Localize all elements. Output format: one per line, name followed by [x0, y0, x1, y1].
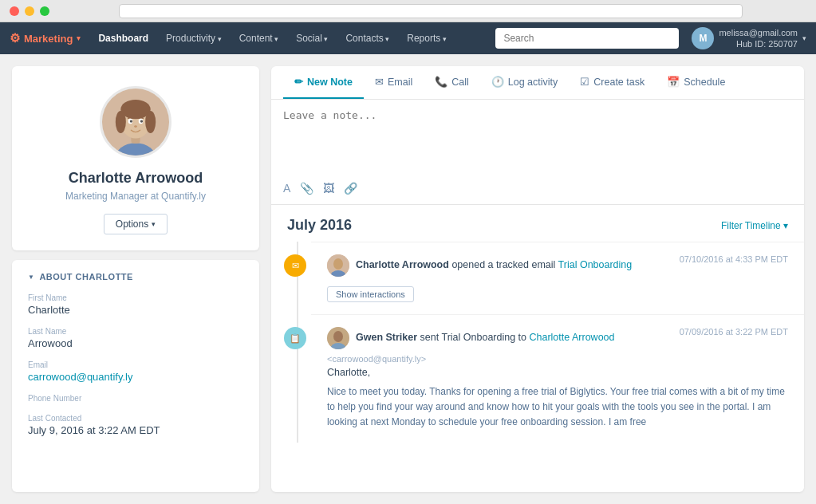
note-area: A 📎 🖼 🔗: [271, 100, 804, 205]
nav-content[interactable]: Content: [233, 30, 286, 47]
email-icon: ✉: [375, 76, 384, 88]
email-dot-icon: ✉: [292, 261, 299, 271]
email-sent-dot: 📋: [284, 327, 306, 349]
item2-email-from: <carrowood@quantify.ly>: [327, 354, 788, 364]
svg-point-13: [333, 258, 343, 270]
item1-avatar: [327, 254, 349, 277]
item2-header: Gwen Striker sent Trial Onboarding to Ch…: [327, 327, 788, 349]
contact-name: Charlotte Arrowood: [28, 170, 243, 187]
tab-schedule[interactable]: 📅 Schedule: [656, 66, 736, 99]
email-value[interactable]: carrowood@quantify.ly: [28, 371, 243, 383]
note-dot-icon: 📋: [290, 333, 301, 344]
link-icon[interactable]: 🔗: [344, 182, 357, 195]
tab-create-task-label: Create task: [593, 77, 645, 88]
field-email: Email carrowood@quantify.ly: [28, 360, 243, 383]
item2-body: Nice to meet you today. Thanks for openi…: [327, 384, 788, 431]
last-name-label: Last Name: [28, 327, 243, 336]
tab-new-note[interactable]: ✏ New Note: [283, 66, 364, 99]
attach-icon[interactable]: 📎: [300, 182, 313, 195]
image-icon[interactable]: 🖼: [323, 182, 334, 195]
svg-point-9: [130, 120, 132, 122]
item2-avatar: [327, 327, 349, 349]
svg-point-16: [333, 331, 343, 342]
item1-actor-wrap: Charlotte Arrowood opened a tracked emai…: [327, 254, 632, 277]
svg-point-5: [116, 111, 126, 133]
tab-email-label: Email: [388, 77, 412, 88]
create-task-icon: ☑: [580, 76, 589, 88]
nav-brand[interactable]: ⚙ Marketing ▾: [10, 31, 81, 45]
item1-link[interactable]: Trial Onboarding: [558, 259, 633, 270]
item2-link[interactable]: Charlotte Arrowood: [530, 332, 615, 343]
left-panel: Charlotte Arrowood Marketing Manager at …: [12, 66, 259, 492]
timeline-item-email-sent: 📋 Gwen Strik: [311, 314, 804, 443]
timeline-items: ✉ Charlotte A: [271, 242, 804, 443]
item2-action: sent Trial Onboarding to: [420, 332, 530, 343]
item1-header: Charlotte Arrowood opened a tracked emai…: [327, 254, 788, 277]
timeline-section: July 2016 Filter Timeline ▾ ✉: [271, 205, 804, 492]
item2-actor: Gwen Striker: [356, 332, 417, 343]
options-button[interactable]: Options: [104, 214, 168, 234]
nav-reports[interactable]: Reports: [400, 30, 453, 47]
tab-new-note-label: New Note: [307, 77, 353, 88]
tab-email[interactable]: ✉ Email: [364, 66, 424, 99]
nav-contacts[interactable]: Contacts: [339, 30, 396, 47]
last-name-value[interactable]: Arrowood: [28, 337, 243, 349]
tab-log-activity[interactable]: 🕐 Log activity: [480, 66, 570, 99]
profile-card: Charlotte Arrowood Marketing Manager at …: [12, 66, 259, 250]
nav-dashboard[interactable]: Dashboard: [92, 30, 155, 47]
field-first-name: First Name Charlotte: [28, 293, 243, 316]
call-icon: 📞: [435, 76, 447, 88]
nav-social[interactable]: Social: [290, 30, 334, 47]
address-bar[interactable]: [119, 4, 743, 18]
contact-title: Marketing Manager at Quantify.ly: [28, 191, 243, 202]
item2-actor-wrap: Gwen Striker sent Trial Onboarding to Ch…: [327, 327, 615, 349]
svg-point-4: [120, 100, 150, 119]
last-contacted-label: Last Contacted: [28, 414, 243, 423]
field-last-contacted: Last Contacted July 9, 2016 at 3:22 AM E…: [28, 414, 243, 436]
item1-actor: Charlotte Arrowood: [356, 259, 449, 270]
about-header: ▼ ABOUT CHARLOTTE: [28, 272, 243, 282]
item2-text: Gwen Striker sent Trial Onboarding to Ch…: [356, 331, 615, 345]
search-input[interactable]: [495, 28, 679, 49]
log-activity-icon: 🕐: [491, 76, 504, 88]
first-name-value[interactable]: Charlotte: [28, 304, 243, 316]
maximize-button[interactable]: [40, 6, 49, 16]
brand-label: Marketing: [24, 33, 73, 45]
tabs-bar: ✏ New Note ✉ Email 📞 Call 🕐 Log activity…: [271, 66, 804, 100]
window-chrome: [0, 0, 816, 22]
svg-point-11: [134, 125, 137, 128]
user-menu[interactable]: M melissa@gmail.com Hub ID: 250707 ▾: [692, 27, 806, 50]
tab-create-task[interactable]: ☑ Create task: [569, 66, 656, 99]
minimize-button[interactable]: [25, 6, 34, 16]
user-avatar: M: [692, 27, 714, 49]
nav-productivity[interactable]: Productivity: [160, 30, 228, 47]
main-layout: Charlotte Arrowood Marketing Manager at …: [0, 54, 816, 504]
item2-timestamp: 07/09/2016 at 3:22 PM EDT: [680, 327, 788, 337]
timeline-month: July 2016: [287, 217, 352, 234]
top-nav: ⚙ Marketing ▾ Dashboard Productivity Con…: [0, 22, 816, 54]
filter-timeline-button[interactable]: Filter Timeline ▾: [721, 220, 788, 231]
text-format-icon[interactable]: A: [283, 182, 290, 195]
show-interactions-button[interactable]: Show interactions: [327, 286, 414, 302]
tab-call[interactable]: 📞 Call: [424, 66, 480, 99]
close-button[interactable]: [10, 6, 19, 16]
new-note-icon: ✏: [294, 76, 303, 88]
right-panel: ✏ New Note ✉ Email 📞 Call 🕐 Log activity…: [271, 66, 804, 492]
avatar: [100, 86, 171, 158]
phone-label: Phone Number: [28, 394, 243, 403]
item2-greeting: Charlotte,: [327, 367, 788, 378]
timeline-header: July 2016 Filter Timeline ▾: [271, 205, 804, 242]
about-card: ▼ ABOUT CHARLOTTE First Name Charlotte L…: [12, 260, 259, 492]
collapse-icon[interactable]: ▼: [28, 274, 34, 281]
note-input[interactable]: [283, 109, 792, 173]
search-container: [495, 28, 679, 49]
brand-arrow-icon: ▾: [77, 34, 81, 42]
user-info: melissa@gmail.com Hub ID: 250707: [719, 27, 798, 50]
field-last-name: Last Name Arrowood: [28, 327, 243, 349]
last-contacted-value[interactable]: July 9, 2016 at 3:22 AM EDT: [28, 424, 243, 436]
tab-log-activity-label: Log activity: [508, 77, 558, 88]
user-dropdown-icon: ▾: [802, 34, 806, 42]
item1-timestamp: 07/10/2016 at 4:33 PM EDT: [680, 254, 788, 264]
note-toolbar: A 📎 🖼 🔗: [283, 175, 792, 195]
field-phone: Phone Number: [28, 394, 243, 403]
